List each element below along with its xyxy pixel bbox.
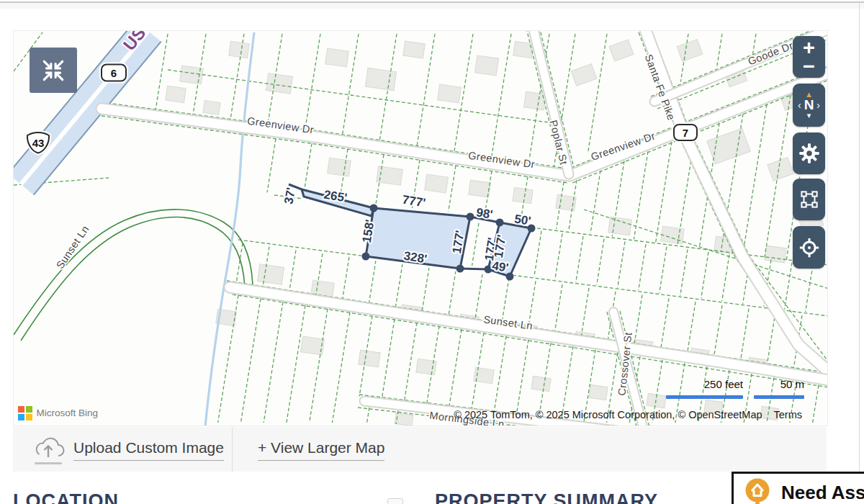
parcel-vertex[interactable]: [467, 213, 474, 221]
shield-number: 7: [683, 127, 688, 139]
building-footprint: [469, 180, 491, 197]
upload-icon-underline: [35, 462, 62, 464]
compass-control[interactable]: ▲ ‹ N › ▾: [793, 84, 825, 127]
page-right-border: [859, 2, 860, 504]
lot-line: [588, 34, 607, 153]
parcel-vertex[interactable]: [496, 219, 504, 227]
street-label: Goode Dr: [746, 40, 794, 68]
scale-metric-label: 50 m: [754, 378, 804, 390]
pan-right-icon[interactable]: ›: [816, 99, 820, 112]
building-footprint: [359, 350, 381, 367]
building-footprint: [513, 41, 534, 58]
lot-line: [740, 309, 749, 361]
dimension-label: 98': [475, 205, 494, 221]
lot-line: [240, 299, 261, 423]
street-label: Sunset Ln: [54, 223, 91, 271]
lot-line: [618, 241, 625, 287]
terms-link[interactable]: Terms: [774, 409, 802, 420]
lot-line: [716, 34, 722, 68]
locate-button[interactable]: [793, 226, 825, 269]
shield-number: 43: [32, 137, 45, 149]
lot-line: [310, 309, 328, 423]
dimension-label: 50': [513, 212, 532, 228]
lot-line: [449, 271, 456, 316]
parcel-vertex[interactable]: [456, 265, 464, 273]
building-footprint: [765, 246, 787, 263]
collapse-map-button[interactable]: [30, 48, 77, 93]
building-footprint: [328, 158, 351, 176]
map-canvas[interactable]: 6437 Greenview DrGreenview DrGreenview D…: [14, 31, 828, 426]
parcel-vertex[interactable]: [370, 204, 378, 212]
zoom-out-button[interactable]: −: [803, 57, 815, 76]
lot-line: [369, 261, 376, 304]
pan-left-icon[interactable]: ‹: [798, 99, 801, 112]
logo-square: [18, 406, 24, 413]
scale-feet-bar: [666, 395, 743, 399]
summary-section-title: PROPERTY SUMMARY: [435, 490, 658, 504]
pan-down-icon[interactable]: ▾: [807, 112, 811, 120]
road: [230, 287, 828, 380]
map-attribution: © 2025 TomTom, © 2025 Microsoft Corporat…: [454, 409, 762, 420]
lot-line: [342, 34, 359, 136]
lot-line: [813, 385, 819, 423]
zoom-control[interactable]: + −: [793, 36, 825, 78]
lot-line: [491, 34, 511, 160]
building-footprint: [203, 101, 220, 115]
settings-button[interactable]: [793, 132, 825, 174]
lot-line: [701, 252, 708, 298]
lot-line: [743, 104, 767, 254]
building-footprint: [768, 158, 793, 181]
building-footprint: [608, 217, 632, 235]
lot-line: [722, 255, 729, 302]
lot-line: [287, 305, 305, 423]
lot-line: [395, 264, 402, 307]
lot-line: [449, 329, 462, 406]
building-footprint: [377, 166, 403, 186]
lot-line: [688, 302, 696, 353]
need-assistance-popup[interactable]: Need Assis: [732, 472, 864, 504]
highway-shield: 6: [102, 65, 126, 81]
lot-line: [382, 319, 395, 399]
building-footprint: [513, 187, 533, 203]
lot-line: [639, 244, 646, 290]
building-footprint: [266, 73, 292, 94]
lot-line: [634, 151, 648, 239]
parcel-map[interactable]: 6437 Greenview DrGreenview DrGreenview D…: [13, 30, 828, 426]
lot-line: [555, 233, 562, 279]
dimension-label: 37': [282, 186, 298, 205]
microsoft-logo-icon: [18, 406, 32, 420]
building-footprint: [474, 55, 498, 76]
lot-line: [366, 408, 369, 424]
logo-square: [18, 414, 24, 420]
lot-line: [785, 263, 792, 310]
summary-section-icon: [387, 498, 403, 504]
lot-line: [576, 236, 583, 282]
upload-cloud-icon: [32, 436, 66, 462]
building-footprint: [229, 41, 250, 58]
highway-shield: 7: [674, 125, 697, 140]
lot-line: [264, 302, 283, 423]
building-footprint: [571, 64, 597, 86]
logo-square: [26, 406, 32, 413]
area-select-button[interactable]: [793, 179, 825, 220]
building-footprint: [425, 174, 449, 193]
north-indicator[interactable]: N: [804, 99, 814, 112]
lot-line: [267, 139, 276, 193]
logo-square: [26, 414, 32, 420]
location-section-title: LOCATION: [13, 490, 119, 504]
lot-line: [554, 284, 562, 332]
key-icon: [744, 476, 771, 504]
lot-line: [404, 323, 417, 402]
view-larger-map-link[interactable]: + View Larger Map: [258, 439, 384, 461]
building-footprint: [589, 384, 608, 400]
lot-line: [661, 298, 669, 348]
page-top-strip: [0, 3, 864, 9]
gear-icon: [798, 143, 820, 164]
upload-custom-image-link[interactable]: Upload Custom Image: [73, 439, 224, 461]
shield-number: 6: [111, 67, 117, 79]
lot-line: [516, 340, 528, 415]
lot-line: [806, 265, 813, 312]
highway-shield: 43: [27, 132, 49, 153]
parcel-vertex[interactable]: [362, 253, 370, 261]
stream: [205, 32, 254, 426]
